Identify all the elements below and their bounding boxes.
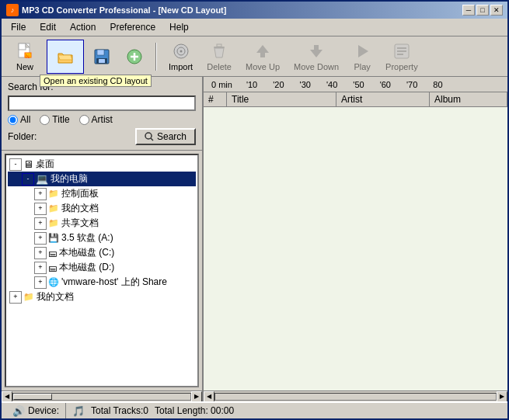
vmware-icon: 🌐 <box>48 277 59 287</box>
menu-file[interactable]: File <box>5 20 32 34</box>
shareddocs-icon: 📁 <box>48 218 59 228</box>
tree-hscroll[interactable]: ◀ ▶ <box>2 390 202 401</box>
music-icon: 🎵 <box>72 405 85 417</box>
delete-icon <box>210 42 228 61</box>
localc-icon: 🖴 <box>48 248 57 258</box>
svg-rect-1 <box>19 43 26 50</box>
locald-icon: 🖴 <box>48 263 57 272</box>
timeline-20: '20 <box>273 80 284 89</box>
desktop-icon: 🖥 <box>23 158 33 170</box>
property-button[interactable]: Property <box>380 40 424 74</box>
hscroll-track[interactable] <box>12 393 191 401</box>
open-button[interactable]: Open an existing CD layout <box>47 40 84 74</box>
tree-item-mydocs[interactable]: + 📁 我的文档 <box>8 201 196 216</box>
timeline-30: '30 <box>300 80 311 89</box>
radio-all[interactable]: All <box>8 114 30 125</box>
expand-shareddocs[interactable]: + <box>34 217 47 230</box>
col-album: Album <box>430 92 507 106</box>
radio-artist-input[interactable] <box>79 115 89 125</box>
expand-localc[interactable]: + <box>34 247 47 259</box>
tree-item-shareddocs[interactable]: + 📁 共享文档 <box>8 216 196 231</box>
device-section: 🔊 Device: <box>6 403 66 418</box>
mydocs2-label: 我的文档 <box>37 290 74 304</box>
tree-view[interactable]: - 🖥 桌面 - 💻 我的电脑 + 📁 控制面板 + <box>5 154 199 387</box>
timeline-10: '10 <box>246 80 257 89</box>
tree-item-controlpanel[interactable]: + 📁 控制面板 <box>8 186 196 201</box>
tree-item-locald[interactable]: + 🖴 本地磁盘 (D:) <box>8 260 196 275</box>
toolbar-sep-1 <box>155 43 157 71</box>
timeline-70: '70 <box>406 80 417 89</box>
svg-text:N: N <box>26 54 30 59</box>
save-button[interactable] <box>87 40 117 74</box>
svg-rect-15 <box>217 44 221 47</box>
delete-button[interactable]: Delete <box>201 40 237 74</box>
search-button[interactable]: Search <box>135 128 196 145</box>
radio-title[interactable]: Title <box>40 114 69 125</box>
right-scroll-left[interactable]: ◀ <box>204 391 214 402</box>
import-icon <box>172 42 190 61</box>
expand-mydocs2[interactable]: + <box>9 291 22 304</box>
svg-point-13 <box>180 50 182 52</box>
svg-rect-7 <box>99 59 105 63</box>
scroll-right-arrow[interactable]: ▶ <box>191 391 202 402</box>
radio-artist[interactable]: Artist <box>79 114 113 125</box>
expand-mycomputer[interactable]: - <box>22 173 34 186</box>
expand-desktop[interactable]: - <box>9 158 22 171</box>
right-hscroll[interactable]: ◀ ▶ <box>204 390 507 401</box>
menu-edit[interactable]: Edit <box>33 20 62 34</box>
timeline-60: '60 <box>380 80 391 89</box>
tree-item-desktop[interactable]: - 🖥 桌面 <box>8 157 196 172</box>
mydocs-icon: 📁 <box>48 203 59 213</box>
expand-floppya[interactable]: + <box>34 232 47 245</box>
move-down-label: Move Down <box>294 62 339 71</box>
svg-rect-21 <box>397 50 406 52</box>
right-hscroll-track[interactable] <box>214 393 497 401</box>
track-area[interactable] <box>204 107 507 390</box>
locald-label: 本地磁盘 (D:) <box>59 261 114 274</box>
expand-locald[interactable]: + <box>34 262 47 274</box>
scroll-left-arrow[interactable]: ◀ <box>2 391 12 402</box>
tree-item-localc[interactable]: + 🖴 本地磁盘 (C:) <box>8 245 196 260</box>
radio-all-input[interactable] <box>8 115 18 125</box>
minimize-button[interactable]: ─ <box>462 5 475 16</box>
right-panel: 0 min '10 '20 '30 '40 '50 '60 '70 80 # T… <box>204 77 507 401</box>
device-icon: 🔊 <box>12 405 25 417</box>
floppya-icon: 💾 <box>48 233 59 243</box>
add-button[interactable] <box>120 40 149 74</box>
open-icon <box>56 47 75 66</box>
tree-item-mydocs2[interactable]: + 📁 我的文档 <box>8 290 196 304</box>
move-down-button[interactable]: Move Down <box>288 40 344 74</box>
menu-preference[interactable]: Preference <box>103 20 162 34</box>
shareddocs-label: 共享文档 <box>61 217 99 230</box>
col-num: # <box>204 92 227 106</box>
close-button[interactable]: ✕ <box>490 5 503 16</box>
delete-label: Delete <box>207 62 232 71</box>
radio-artist-label: Artist <box>92 114 113 125</box>
right-scroll-right[interactable]: ▶ <box>497 391 507 402</box>
mycomputer-icon: 💻 <box>36 173 48 185</box>
maximize-button[interactable]: □ <box>476 5 489 16</box>
tree-item-vmware[interactable]: + 🌐 'vmware-host' 上的 Share <box>8 275 196 290</box>
menu-action[interactable]: Action <box>64 20 102 34</box>
search-input[interactable] <box>8 95 196 111</box>
expand-vmware[interactable]: + <box>34 276 47 289</box>
move-up-button[interactable]: Move Up <box>240 40 285 74</box>
timeline-header: 0 min '10 '20 '30 '40 '50 '60 '70 80 <box>204 77 507 92</box>
radio-title-input[interactable] <box>40 115 50 125</box>
menu-help[interactable]: Help <box>163 20 195 34</box>
import-button[interactable]: Import <box>163 40 198 74</box>
expand-mydocs[interactable]: + <box>34 203 47 215</box>
search-icon <box>145 132 154 141</box>
svg-rect-17 <box>314 45 319 50</box>
hscroll-thumb[interactable] <box>13 394 52 400</box>
mydocs2-icon: 📁 <box>23 292 34 302</box>
tree-item-floppya[interactable]: + 💾 3.5 软盘 (A:) <box>8 231 196 245</box>
new-icon: N <box>16 42 34 61</box>
move-down-icon <box>307 42 326 61</box>
play-button[interactable]: Play <box>347 40 377 74</box>
tree-item-mycomputer[interactable]: - 💻 我的电脑 <box>8 172 196 186</box>
radio-all-label: All <box>20 114 30 125</box>
property-icon <box>392 42 411 61</box>
expand-controlpanel[interactable]: + <box>34 188 47 200</box>
new-button[interactable]: N New <box>6 40 44 74</box>
